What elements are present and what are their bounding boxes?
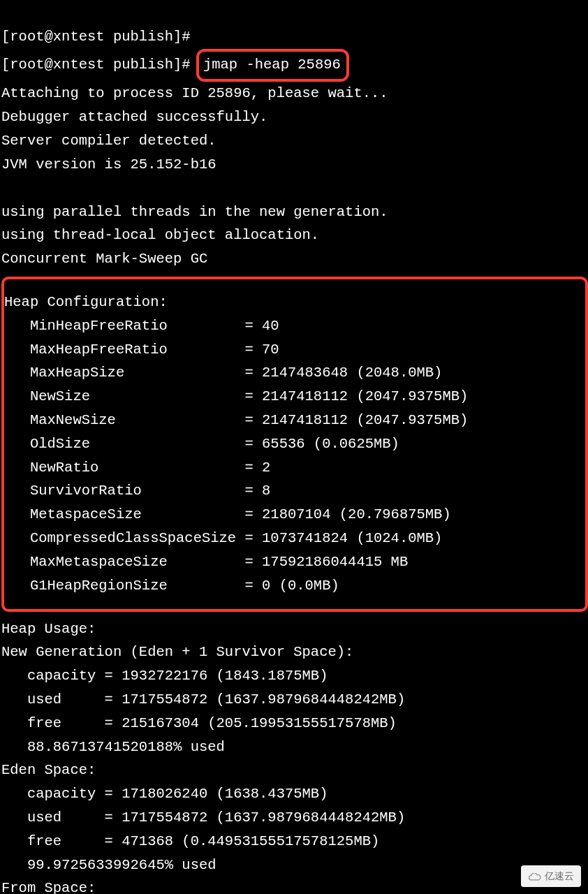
config-line: MaxNewSize = 2147418112 (2047.9375MB) xyxy=(4,412,468,428)
usage-line: capacity = 1932722176 (1843.1875MB) xyxy=(1,668,328,684)
usage-line: 88.86713741520188% used xyxy=(1,739,225,755)
usage-line: capacity = 1718026240 (1638.4375MB) xyxy=(1,786,328,802)
config-line: OldSize = 65536 (0.0625MB) xyxy=(4,436,399,452)
usage-line: used = 1717554872 (1637.9879684448242MB) xyxy=(1,691,405,708)
config-line: NewRatio = 2 xyxy=(4,460,270,476)
output-line: Concurrent Mark-Sweep GC xyxy=(1,251,207,267)
usage-line: 99.9725633992645% used xyxy=(1,857,216,873)
usage-line: Eden Space: xyxy=(1,762,96,778)
usage-line: free = 471368 (0.44953155517578125MB) xyxy=(1,833,379,849)
heap-config-header: Heap Configuration: xyxy=(4,294,168,310)
config-line: NewSize = 2147418112 (2047.9375MB) xyxy=(4,388,468,404)
highlighted-command: jmap -heap 25896 xyxy=(196,49,349,82)
watermark: 亿速云 xyxy=(521,865,581,887)
terminal-output: [root@xntest publish]# [root@xntest publ… xyxy=(0,1,588,894)
usage-line: From Space: xyxy=(1,880,96,894)
config-line: MaxHeapFreeRatio = 70 xyxy=(4,342,279,358)
output-line: JVM version is 25.152-b16 xyxy=(1,156,216,173)
cloud-icon xyxy=(528,871,542,881)
shell-prompt: [root@xntest publish]# xyxy=(1,57,199,73)
output-line: using parallel threads in the new genera… xyxy=(1,204,388,220)
usage-line: Heap Usage: xyxy=(1,621,96,637)
output-line: Attaching to process ID 25896, please wa… xyxy=(1,85,388,101)
config-line: G1HeapRegionSize = 0 (0.0MB) xyxy=(4,578,339,594)
output-line: Debugger attached successfully. xyxy=(1,109,267,125)
config-line: SurvivorRatio = 8 xyxy=(4,483,270,499)
config-line: MinHeapFreeRatio = 40 xyxy=(4,318,279,334)
config-line: MaxMetaspaceSize = 17592186044415 MB xyxy=(4,554,408,570)
config-line: MetaspaceSize = 21807104 (20.796875MB) xyxy=(4,506,451,522)
config-line: MaxHeapSize = 2147483648 (2048.0MB) xyxy=(4,365,442,381)
usage-line: used = 1717554872 (1637.9879684448242MB) xyxy=(1,809,405,826)
usage-line: New Generation (Eden + 1 Survivor Space)… xyxy=(1,644,353,660)
output-line: using thread-local object allocation. xyxy=(1,227,319,243)
usage-line: free = 215167304 (205.19953155517578MB) xyxy=(1,715,397,731)
watermark-text: 亿速云 xyxy=(545,868,574,884)
shell-prompt: [root@xntest publish]# xyxy=(1,29,191,45)
config-line: CompressedClassSpaceSize = 1073741824 (1… xyxy=(4,530,442,546)
output-line: Server compiler detected. xyxy=(1,133,216,149)
heap-configuration-box: Heap Configuration: MinHeapFreeRatio = 4… xyxy=(1,277,588,612)
